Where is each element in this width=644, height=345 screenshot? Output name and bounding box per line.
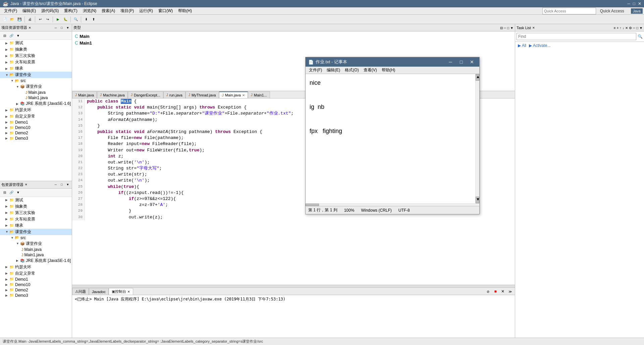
- pkg-tree-item-src[interactable]: ▼ 📂 src: [0, 235, 72, 240]
- type-main[interactable]: C Main: [75, 33, 512, 40]
- pkg-tree-item-课堂作业[interactable]: ▼ 📂 课堂作业: [0, 229, 72, 235]
- tree-item-package[interactable]: ▼ 📦 课堂作业: [0, 83, 72, 90]
- task-list-maximize-btn[interactable]: □: [636, 26, 638, 30]
- next-annotation-btn[interactable]: ⬇: [83, 16, 90, 23]
- tab-close-btn[interactable]: ✕: [242, 93, 245, 97]
- tree-item-demo3[interactable]: ▶ 📁 Demo3: [0, 136, 72, 141]
- pkg-tree-item-main[interactable]: J Main.java: [0, 247, 72, 252]
- notepad-scrollbar-h[interactable]: [306, 203, 479, 206]
- menu-refactor[interactable]: 重构(T): [61, 7, 80, 14]
- debug-btn[interactable]: 🐛: [62, 16, 69, 23]
- notepad-window[interactable]: 📄 作业.txt - 记事本 ─ □ ✕ 文件(F) 编辑(E) 格式(O) 查…: [305, 57, 480, 214]
- tree-item-jre[interactable]: ▶ 📚 JRE 系统库 [JavaSE-1.6]: [0, 100, 72, 107]
- pkg-tree-item-jre[interactable]: ▶ 📚 JRE 系统库 [JavaSE-1.6]: [0, 258, 72, 264]
- notepad-scroll-up[interactable]: ▲: [476, 74, 479, 81]
- pkg-tree-item-demo2[interactable]: ▶ 📁 Demo2: [0, 287, 72, 293]
- tree-item-第三次实验[interactable]: ▶ 📁 第三次实验: [0, 53, 72, 59]
- notepad-menu-format[interactable]: 格式(O): [343, 67, 361, 74]
- types-minimize-btn[interactable]: ─: [504, 26, 506, 30]
- task-list-minimize-btn[interactable]: ─: [633, 26, 635, 30]
- task-list-toolbar-btn[interactable]: ≡: [614, 26, 616, 30]
- tree-item-demo10[interactable]: ▶ 📁 Demo10: [0, 125, 72, 130]
- tab-machine-java[interactable]: J Machine.java: [97, 91, 128, 98]
- minimize-btn[interactable]: ─: [627, 1, 630, 6]
- run-btn[interactable]: ▶: [55, 16, 61, 23]
- tab-main-java-1[interactable]: J Main.java: [72, 91, 97, 98]
- tab-console[interactable]: ▣ 控制台 ✕: [109, 288, 133, 295]
- editor-scrollbar-h[interactable]: [72, 285, 515, 287]
- tree-item-继承[interactable]: ▶ 📁 继承: [0, 65, 72, 72]
- menu-file[interactable]: 文件(F): [1, 7, 20, 14]
- pkg-menu-btn[interactable]: ▼: [15, 189, 21, 196]
- pkg-tree-item-demo10[interactable]: ▶ 📁 Demo10: [0, 282, 72, 287]
- tree-item-火车站卖票[interactable]: ▶ 📁 火车站卖票: [0, 59, 72, 65]
- redo-btn[interactable]: ↪: [44, 16, 51, 23]
- tree-item-demo1[interactable]: ▶ 📁 Demo1: [0, 120, 72, 125]
- print-btn[interactable]: 🖨: [26, 16, 33, 23]
- console-clear-btn[interactable]: ⊘: [485, 288, 491, 295]
- tree-item-demo2[interactable]: ▶ 📁 Demo2: [0, 130, 72, 136]
- notepad-scroll-down[interactable]: ▼: [476, 197, 479, 203]
- menu-project[interactable]: 项目(P): [118, 7, 137, 14]
- notepad-scroll-h-thumb[interactable]: [306, 204, 319, 206]
- notepad-menu-view[interactable]: 查看(V): [362, 67, 379, 74]
- pkg-tree-item-main1[interactable]: J Main1.java: [0, 252, 72, 258]
- menu-help[interactable]: 帮助(H): [175, 7, 195, 14]
- pkg-tree-item-demo1[interactable]: ▶ 📁 Demo1: [0, 277, 72, 282]
- types-maximize-btn[interactable]: □: [507, 26, 509, 30]
- view-menu2-btn[interactable]: ▼: [15, 32, 21, 39]
- pkg-tree-item-package[interactable]: ▼ 📦 课堂作业: [0, 240, 72, 247]
- task-list-menu-btn[interactable]: ▼: [639, 26, 643, 30]
- console-close-btn[interactable]: ✕: [127, 290, 130, 293]
- console-remove-btn[interactable]: ✕: [499, 288, 506, 295]
- task-list-down-btn[interactable]: ↓: [623, 26, 624, 30]
- pkg-tree-item-自定义[interactable]: ▶ 📁 自定义异常: [0, 270, 72, 277]
- types-collapse-btn[interactable]: ⊟: [500, 26, 503, 30]
- notepad-maximize-btn[interactable]: □: [457, 59, 466, 65]
- prev-annotation-btn[interactable]: ⬆: [90, 16, 97, 23]
- maximize-btn[interactable]: □: [633, 1, 635, 6]
- task-list-up-btn[interactable]: ↑: [620, 26, 622, 30]
- quick-access-input[interactable]: [542, 8, 596, 14]
- collapse-all-btn[interactable]: ⊟: [1, 32, 8, 39]
- pkg-tree-item-第三次实验[interactable]: ▶ 📁 第三次实验: [0, 210, 72, 216]
- console-terminate-btn[interactable]: ■: [492, 288, 499, 295]
- tree-item-main-java[interactable]: J Main.java: [0, 90, 72, 95]
- notepad-menu-help[interactable]: 帮助(H): [380, 67, 397, 74]
- link-editor-btn[interactable]: 🔗: [8, 32, 15, 39]
- notepad-close-btn[interactable]: ✕: [467, 59, 477, 65]
- view-menu-btn[interactable]: ▼: [65, 25, 70, 30]
- tab-run-java[interactable]: J run.java: [163, 91, 185, 98]
- type-main1[interactable]: C Main1: [75, 40, 512, 46]
- search-btn[interactable]: 🔍: [72, 16, 79, 23]
- pkg-minimize-btn[interactable]: ─: [53, 182, 58, 187]
- task-search-input[interactable]: [517, 33, 636, 40]
- console-more-btn[interactable]: ≫: [507, 288, 514, 295]
- menu-edit[interactable]: 编辑(E): [20, 7, 39, 14]
- minimize-panel-btn[interactable]: ─: [53, 25, 58, 30]
- pkg-maximize-btn[interactable]: □: [59, 182, 64, 187]
- new-btn[interactable]: 📄: [1, 16, 8, 23]
- pkg-tree-item-抽象类[interactable]: ▶ 📁 抽象类: [0, 203, 72, 210]
- notepad-menu-edit[interactable]: 编辑(E): [325, 67, 342, 74]
- pkg-collapse-btn[interactable]: ⊟: [1, 189, 8, 196]
- task-all-link[interactable]: ▶ All: [518, 43, 526, 48]
- tree-item-src[interactable]: ▼ 📂 src: [0, 78, 72, 83]
- tab-danger-except[interactable]: J DangerExcept...: [128, 91, 163, 98]
- pkg-link-btn[interactable]: 🔗: [8, 189, 15, 196]
- menu-window[interactable]: 窗口(W): [156, 7, 175, 14]
- undo-btn[interactable]: ↩: [37, 16, 44, 23]
- task-list-filter-btn[interactable]: ⚙: [629, 26, 632, 30]
- tree-item-课堂作业[interactable]: ▼ 📂 课堂作业: [0, 72, 72, 78]
- task-list-new-btn[interactable]: +: [617, 26, 619, 30]
- notepad-scrollbar-v[interactable]: ▲ ▼: [475, 74, 479, 203]
- menu-navigate[interactable]: 浏览(N): [80, 7, 99, 14]
- types-menu-btn[interactable]: ▼: [510, 26, 514, 30]
- notepad-menu-file[interactable]: 文件(F): [307, 67, 324, 74]
- notepad-minimize-btn[interactable]: ─: [446, 59, 455, 65]
- tab-problems[interactable]: ⚠ 问题: [72, 288, 89, 295]
- maximize-panel-btn[interactable]: □: [59, 25, 64, 30]
- task-list-delete-btn[interactable]: ✕: [625, 26, 628, 30]
- pkg-tree-item-约瑟夫[interactable]: ▶ 📁 约瑟夫环: [0, 264, 72, 270]
- close-btn[interactable]: ✕: [638, 1, 641, 6]
